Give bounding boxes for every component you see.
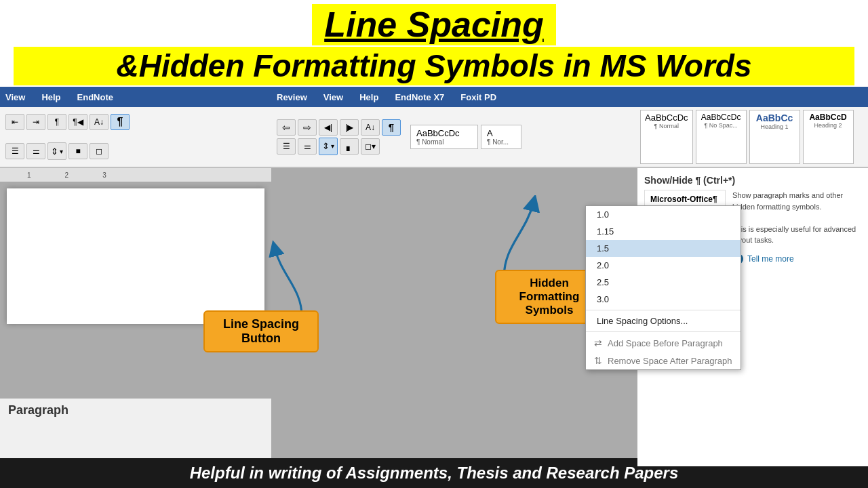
- style-h1-text: AaBbCc: [754, 113, 795, 123]
- remove-space-after[interactable]: ⇅ Remove Space After Paragraph: [586, 352, 741, 369]
- spacing-2-0[interactable]: 2.0: [586, 257, 741, 274]
- spacing-2-5[interactable]: 2.5: [586, 274, 741, 291]
- shading2-btn[interactable]: ▖: [340, 138, 359, 155]
- decrease-indent-btn[interactable]: ⇤: [5, 114, 24, 130]
- align-justify2-btn[interactable]: ⚌: [298, 138, 317, 155]
- style-preview-a: A ¶ Nor...: [481, 125, 521, 149]
- style-normal-label: ¶ Normal: [645, 123, 688, 129]
- sort-az-btn[interactable]: A↓: [361, 119, 380, 136]
- borders2-btn[interactable]: ◻▾: [361, 138, 380, 155]
- left-ribbon-tabs: View Help EndNote: [0, 87, 271, 107]
- tooltip-line-spacing: Line SpacingButton: [203, 310, 319, 352]
- title-area: Line Spacing &Hidden Formatting Symbols …: [0, 0, 868, 87]
- line-spacing-dropdown: 1.0 1.15 1.5 2.0 2.5 3.0 Line Spacing Op…: [585, 205, 741, 370]
- tell-more-label: Tell me more: [747, 253, 794, 265]
- increase-indent-btn[interactable]: ⇥: [26, 114, 45, 130]
- style-h2-label: Heading 2: [808, 122, 849, 129]
- tab-endnote-x7[interactable]: EndNote X7: [395, 92, 444, 102]
- showhide-desc2: This is especially useful for advanced l…: [732, 224, 861, 246]
- showhide-desc1: Show paragraph marks and other hidden fo…: [732, 190, 861, 212]
- show-formatting-btn[interactable]: ¶◀: [68, 114, 87, 130]
- left-ribbon-panel: View Help EndNote ⇤ ⇥ ¶ ¶◀ A↓ ¶ ☰ ⚌: [0, 87, 271, 466]
- tooltip-line-spacing-text: Line SpacingButton: [223, 317, 299, 345]
- showhide-description: Show paragraph marks and other hidden fo…: [732, 190, 861, 270]
- styles-row: AaBbCcDc ¶ Normal AaBbCcDc ¶ No Spac... …: [637, 107, 868, 168]
- next-btn[interactable]: |▶: [340, 119, 359, 136]
- tab-help-left[interactable]: Help: [41, 92, 60, 102]
- prev-btn[interactable]: ◀|: [319, 119, 338, 136]
- style-nospace-label: ¶ No Spac...: [701, 122, 742, 129]
- center-ribbon-tabs: Review View Help EndNote X7 Foxit PD: [271, 87, 637, 107]
- style-h2-text: AaBbCcD: [808, 113, 849, 122]
- borders-btn[interactable]: ◻: [90, 143, 108, 159]
- tab-help-center[interactable]: Help: [359, 92, 378, 102]
- title-line1: Line Spacing: [312, 4, 556, 45]
- show-hide-para-btn[interactable]: ¶: [382, 119, 401, 136]
- center-ribbon-body: ⇦ ⇨ ◀| |▶ A↓ ¶ ☰ ⚌ ⇕ ▾ ▖: [271, 107, 637, 168]
- add-space-before[interactable]: ⇄ Add Space Before Paragraph: [586, 334, 741, 352]
- outdent-btn[interactable]: ⇦: [277, 119, 296, 136]
- remove-space-icon: ⇅: [594, 355, 602, 366]
- arrow-line-spacing-svg: [261, 235, 322, 323]
- style-preview: AaBbCcDc ¶ Normal: [410, 125, 478, 149]
- indent-btn[interactable]: ⇨: [298, 119, 317, 136]
- paragraph-mark-btn[interactable]: ¶: [47, 114, 66, 130]
- title-line2: &Hidden Formatting Symbols in MS Words: [14, 47, 854, 85]
- showhide-doc-title: Microsoft-Office¶: [650, 195, 719, 206]
- align-justify-btn[interactable]: ⚌: [26, 143, 45, 159]
- paragraph-label: Paragraph: [8, 403, 68, 418]
- spacing-1-15[interactable]: 1.15: [586, 223, 741, 240]
- style-normal-text: AaBbCcDc: [645, 113, 688, 123]
- line-spacing-options[interactable]: Line Spacing Options...: [586, 312, 741, 329]
- line-spacing-btn[interactable]: ⇕ ▾: [47, 142, 66, 160]
- add-space-label: Add Space Before Paragraph: [608, 338, 723, 348]
- align-left-btn[interactable]: ☰: [5, 143, 24, 159]
- style-nospace-box[interactable]: AaBbCcDc ¶ No Spac...: [696, 110, 747, 164]
- style-h1-label: Heading 1: [754, 123, 795, 130]
- style-nospace-text: AaBbCcDc: [701, 113, 742, 122]
- left-ribbon-body: ⇤ ⇥ ¶ ¶◀ A↓ ¶ ☰ ⚌ ⇕ ▾ ■ ◻: [0, 107, 271, 168]
- spacing-3-0[interactable]: 3.0: [586, 291, 741, 308]
- tell-me-more[interactable]: ? Tell me more: [732, 253, 861, 265]
- remove-space-label: Remove Space After Paragraph: [608, 356, 732, 366]
- add-space-icon: ⇄: [594, 338, 602, 348]
- tab-view-center[interactable]: View: [323, 92, 343, 102]
- show-hide-btn[interactable]: ¶: [111, 114, 130, 130]
- style-preview-text: AaBbCcDc: [416, 128, 472, 138]
- style-preview-label: ¶ Normal: [416, 138, 472, 146]
- dropdown-divider1: [586, 310, 741, 310]
- sort-btn[interactable]: A↓: [90, 114, 108, 130]
- style-h2-box[interactable]: AaBbCcD Heading 2: [803, 110, 854, 164]
- tab-view-left[interactable]: View: [5, 92, 25, 102]
- style-h1-box[interactable]: AaBbCc Heading 1: [749, 110, 800, 164]
- tab-review[interactable]: Review: [277, 92, 307, 102]
- style-a-label: ¶ Nor...: [487, 138, 515, 146]
- right-ribbon-tabs: [637, 87, 868, 107]
- style-normal-box[interactable]: AaBbCcDc ¶ Normal: [640, 110, 693, 164]
- align-left2-btn[interactable]: ☰: [277, 138, 296, 155]
- showhide-title: Show/Hide ¶ (Ctrl+*): [644, 175, 861, 186]
- shading-btn[interactable]: ■: [68, 143, 87, 159]
- spacing-1-0[interactable]: 1.0: [586, 206, 741, 223]
- dropdown-divider2: [586, 331, 741, 332]
- style-a-text: A: [487, 128, 515, 138]
- tab-foxit[interactable]: Foxit PD: [460, 92, 496, 102]
- tooltip-hidden-text: HiddenFormattingSymbols: [519, 277, 580, 317]
- bottom-bar-text: Helpful in writing of Assignments, Thesi…: [190, 464, 679, 482]
- line-spacing-main-btn[interactable]: ⇕ ▾: [319, 138, 338, 155]
- spacing-1-5[interactable]: 1.5: [586, 240, 741, 257]
- tab-endnote-left[interactable]: EndNote: [77, 92, 113, 102]
